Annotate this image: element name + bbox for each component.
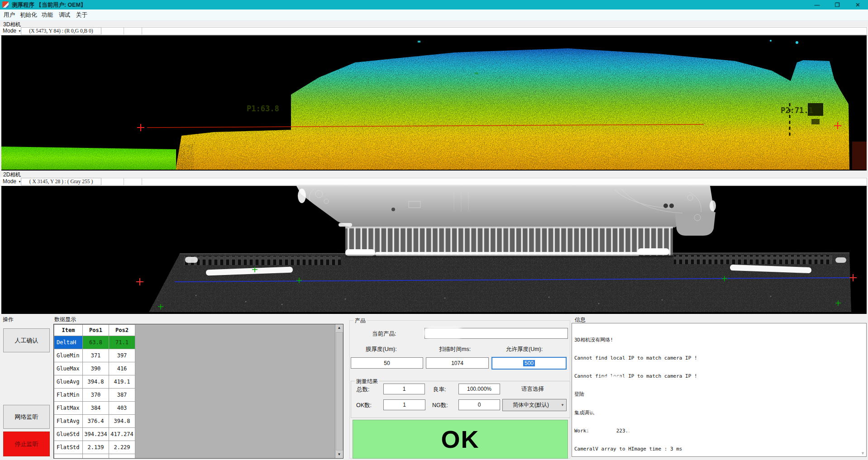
mode-seg <box>142 27 867 35</box>
menu-init[interactable]: 初始化 <box>20 11 37 19</box>
stop-listen-button[interactable]: 停止监听 <box>3 432 50 456</box>
data-table-container: Item Pos1 Pos2 DeltaH63.871.1 GlueMin371… <box>53 324 343 459</box>
grayscale-image <box>1 186 867 314</box>
allow-thickness-label: 允许厚度(Um): <box>506 346 543 353</box>
app-window: 测厚程序 【当前用户: OEM】 — ❐ ✕ 用户 初始化 功能 调试 关于 3… <box>0 0 868 460</box>
cursor-status-2d: ( X 3145, Y 28 ) : ( Gray 255 ) <box>21 178 101 185</box>
table-header-row: Item Pos1 Pos2 <box>54 325 135 336</box>
titlebar: 测厚程序 【当前用户: OEM】 — ❐ ✕ <box>0 0 868 9</box>
menu-about[interactable]: 关于 <box>76 11 87 19</box>
table-row[interactable]: GlueMax390416 <box>54 362 135 375</box>
table-row[interactable]: FlatMax384403 <box>54 402 135 415</box>
allow-thickness-field[interactable]: 500 <box>491 357 567 370</box>
total-label: 总数: <box>357 386 369 394</box>
ng-count-label: NG数: <box>432 402 448 409</box>
ok-count-label: OK数: <box>356 402 372 409</box>
restore-icon[interactable]: ❐ <box>827 0 848 9</box>
menu-debug[interactable]: 调试 <box>59 11 70 19</box>
table-row[interactable]: DeltaH63.871.1 <box>54 336 135 349</box>
manual-confirm-button[interactable]: 人工确认 <box>3 328 50 352</box>
mode-seg <box>124 27 142 35</box>
film-thickness-label: 膜厚度(Um): <box>366 346 397 353</box>
measurement-table: Item Pos1 Pos2 DeltaH63.871.1 GlueMin371… <box>54 324 135 459</box>
connector-region <box>345 227 673 257</box>
yield-field[interactable]: 100.000% <box>458 384 500 394</box>
mode-dropdown-3d[interactable]: Mode▼ <box>3 27 21 34</box>
table-row[interactable]: FlatAvg376.4394.8 <box>54 415 135 428</box>
scroll-up-icon[interactable]: ▲ <box>335 324 343 332</box>
scan-time-field[interactable]: 1074 <box>426 357 489 369</box>
scroll-down-icon[interactable]: ▼ <box>861 451 865 455</box>
redaction-smudge <box>602 399 815 411</box>
data-display-title: 数据显示 <box>54 316 76 323</box>
pcb-region <box>296 186 715 228</box>
ng-count-field[interactable]: 0 <box>458 399 500 410</box>
film-thickness-field[interactable]: 50 <box>351 357 423 369</box>
mode-seg <box>124 178 142 185</box>
camera2d-view[interactable] <box>1 186 867 314</box>
redaction-smudge <box>425 329 462 337</box>
language-label: 语言选择 <box>521 385 544 393</box>
network-listen-button[interactable]: 网络监听 <box>3 405 50 429</box>
results-title: 测量结果 <box>355 378 379 385</box>
language-select[interactable]: 简体中文(默认) ▼ <box>502 399 567 411</box>
yield-label: 良率: <box>433 386 446 394</box>
p2-measure-label: P2:71.1 <box>781 106 813 115</box>
table-scrollbar[interactable]: ▲ ▼ <box>335 324 343 458</box>
mode-seg <box>142 178 867 185</box>
scrollbar-thumb[interactable] <box>336 332 343 451</box>
table-row[interactable]: GlueMin371397 <box>54 349 135 362</box>
mode-seg <box>101 27 124 35</box>
heightmap-image: P1:63.8 P2:71.1 <box>1 35 867 171</box>
ok-count-field[interactable]: 1 <box>383 399 425 410</box>
close-icon[interactable]: ✕ <box>848 0 868 9</box>
cursor-status-3d: (X 5473, Y 84) : (R 0,G 0,B 0) <box>21 27 101 35</box>
menubar: 用户 初始化 功能 调试 关于 <box>0 9 868 21</box>
menu-function[interactable]: 功能 <box>42 11 53 19</box>
bottom-panel: 操作 人工确认 网络监听 停止监听 数据显示 Item Pos1 Pos2 De… <box>0 314 868 460</box>
redaction-smudge <box>596 433 609 439</box>
table-row[interactable]: GlueStd394.234417.274 <box>54 428 135 441</box>
chevron-down-icon: ▼ <box>559 403 566 407</box>
p1-measure-label: P1:63.8 <box>247 104 279 113</box>
current-product-label: 当前产品: <box>372 330 396 338</box>
table-row[interactable]: GlueAvg394.8419.1 <box>54 375 135 389</box>
table-row[interactable]: FlatStd2.1392.229 <box>54 441 135 454</box>
redaction-smudge <box>629 425 648 435</box>
minimize-icon[interactable]: — <box>807 0 827 9</box>
camera3d-view[interactable]: P1:63.8 P2:71.1 <box>1 35 867 171</box>
mode-dropdown-2d[interactable]: Mode▼ <box>3 178 21 185</box>
product-title: 产品 <box>353 317 367 325</box>
scan-time-label: 扫描时间ms: <box>439 346 471 353</box>
table-row[interactable]: FlatMin370387 <box>54 389 135 402</box>
modebar-3d: Mode▼ (X 5473, Y 84) : (R 0,G 0,B 0) <box>0 27 868 36</box>
menu-user[interactable]: 用户 <box>4 11 15 19</box>
scroll-down-icon[interactable]: ▼ <box>335 451 343 458</box>
operation-title: 操作 <box>3 316 14 323</box>
modebar-2d: Mode▼ ( X 3145, Y 28 ) : ( Gray 255 ) <box>0 177 868 186</box>
table-row[interactable]: X2583.57966.7 <box>54 454 135 459</box>
total-field[interactable]: 1 <box>383 384 425 394</box>
window-title: 测厚程序 【当前用户: OEM】 <box>12 1 86 9</box>
app-icon <box>2 1 9 8</box>
mode-seg <box>101 178 124 185</box>
result-status-indicator: OK <box>353 420 568 459</box>
